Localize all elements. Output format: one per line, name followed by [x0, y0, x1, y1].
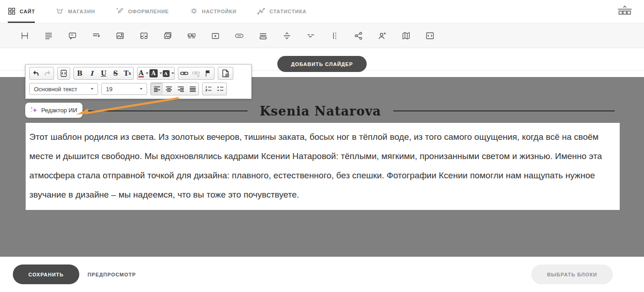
vertical-divider-icon[interactable]	[330, 31, 339, 40]
map-icon[interactable]	[402, 31, 411, 40]
tab-statistics[interactable]: СТАТИСТИКА	[257, 0, 307, 23]
divider-dashed-icon[interactable]	[306, 31, 315, 40]
text-style-group: B I U S Tx	[73, 67, 134, 80]
tab-shop[interactable]: МАГАЗИН	[55, 0, 95, 23]
title-line-right	[393, 110, 615, 111]
title-row: Ksenia Natarova	[26, 104, 615, 118]
strikethrough-button[interactable]: S	[110, 67, 121, 79]
rows-icon[interactable]	[259, 31, 268, 40]
quote-icon[interactable]	[68, 31, 77, 40]
gear-icon	[190, 7, 198, 16]
tab-label: МАГАЗИН	[68, 9, 95, 14]
remove-format-button[interactable]: Tx	[121, 67, 133, 79]
align-right-icon[interactable]	[175, 83, 187, 95]
tab-site[interactable]: САЙТ	[8, 0, 35, 23]
chevron-down-icon	[171, 72, 174, 74]
editor-toolbar-row-2: Основной текст 19	[26, 82, 251, 99]
sparkles-icon	[29, 105, 38, 116]
text-block[interactable]: Этот шаблон родился из света. Из золотых…	[26, 123, 620, 210]
image-compare-icon[interactable]	[139, 31, 149, 40]
text-color-button[interactable]: A	[138, 67, 149, 79]
font-size-dropdown[interactable]: 19	[101, 83, 147, 95]
code-block-icon[interactable]	[425, 31, 435, 40]
tab-label: СТАТИСТИКА	[270, 9, 307, 14]
paragraph-style-value: Основной текст	[34, 86, 77, 93]
ordered-list-icon[interactable]	[203, 83, 215, 95]
page-title: Ksenia Natarova	[259, 104, 381, 118]
align-justify-icon[interactable]	[187, 83, 198, 95]
link-icon[interactable]	[178, 67, 190, 79]
color-group: A A A	[137, 67, 175, 80]
source-group	[57, 67, 70, 80]
add-slider-button[interactable]: ДОБАВИТЬ СЛАЙДЕР	[277, 56, 367, 72]
image-icon[interactable]	[116, 31, 125, 40]
site-builder-page: САЙТ МАГАЗИН ОФОРМЛЕНИЕ НАСТРОЙКИ СТАТИС…	[0, 0, 644, 292]
alignment-group	[150, 83, 199, 95]
align-center-icon[interactable]	[163, 83, 175, 95]
tab-settings[interactable]: НАСТРОЙКИ	[190, 0, 237, 23]
bullet-list-icon[interactable]	[215, 83, 226, 95]
list-group	[202, 83, 227, 95]
image-pair-icon[interactable]	[187, 31, 196, 40]
grid-icon	[8, 7, 16, 16]
fill-color-button[interactable]: A	[162, 67, 174, 79]
ai-editor-label: Редактор ИИ	[41, 107, 77, 114]
add-text-icon[interactable]	[92, 31, 101, 40]
text-icon[interactable]	[44, 31, 53, 40]
chevron-down-icon	[140, 88, 143, 90]
template-group	[218, 67, 233, 80]
gallery-icon[interactable]	[163, 31, 172, 40]
button-block-icon[interactable]	[235, 31, 244, 40]
ai-editor-button[interactable]: Редактор ИИ	[25, 103, 83, 118]
insert-template-icon[interactable]	[218, 67, 233, 79]
heading-icon[interactable]	[20, 31, 29, 40]
blocks-panel-icon[interactable]	[616, 5, 633, 18]
brush-icon	[116, 7, 124, 16]
undo-redo-group	[29, 67, 54, 80]
link-group	[178, 67, 215, 80]
anchor-flag-icon[interactable]	[202, 67, 214, 79]
text-editor-toolbar: B I U S Tx A A A Основной текст	[25, 64, 252, 99]
chevron-down-icon	[91, 88, 94, 90]
align-left-icon[interactable]	[151, 83, 163, 95]
share-icon[interactable]	[354, 31, 363, 40]
preview-link[interactable]: ПРЕДПРОСМОТР	[88, 272, 136, 277]
source-code-icon[interactable]	[58, 67, 70, 79]
font-size-value: 19	[106, 86, 112, 93]
editor-toolbar-row-1: B I U S Tx A A A	[26, 65, 251, 82]
body-text[interactable]: Этот шаблон родился из света. Из золотых…	[29, 127, 616, 204]
redo-icon[interactable]	[42, 67, 54, 79]
save-button[interactable]: СОХРАНИТЬ	[13, 264, 79, 284]
italic-button[interactable]: I	[86, 67, 98, 79]
add-person-icon[interactable]	[378, 31, 387, 40]
tab-design[interactable]: ОФОРМЛЕНИЕ	[116, 0, 169, 23]
video-icon[interactable]	[211, 31, 220, 40]
choose-blocks-button[interactable]: ВЫБРАТЬ БЛОКИ	[531, 264, 613, 284]
bottom-bar: СОХРАНИТЬ ПРЕДПРОСМОТР ВЫБРАТЬ БЛОКИ	[0, 257, 644, 292]
vertical-space-icon[interactable]	[282, 31, 292, 40]
top-nav: САЙТ МАГАЗИН ОФОРМЛЕНИЕ НАСТРОЙКИ СТАТИС…	[0, 0, 644, 23]
stats-icon	[257, 7, 265, 16]
bold-button[interactable]: B	[74, 67, 86, 79]
unlink-icon[interactable]	[190, 67, 202, 79]
block-toolbar	[0, 23, 644, 48]
cart-icon	[55, 7, 64, 16]
chevron-down-icon	[146, 72, 149, 74]
tab-label: САЙТ	[20, 9, 35, 14]
paragraph-style-dropdown[interactable]: Основной текст	[29, 83, 98, 95]
tab-label: ОФОРМЛЕНИЕ	[128, 9, 169, 14]
undo-icon[interactable]	[30, 67, 42, 79]
underline-button[interactable]: U	[98, 67, 110, 79]
tab-label: НАСТРОЙКИ	[202, 9, 237, 14]
background-color-button[interactable]: A	[149, 67, 162, 79]
